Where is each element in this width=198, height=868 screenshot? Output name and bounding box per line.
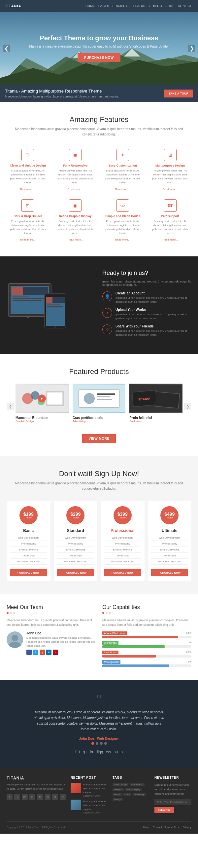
t-social-twitter[interactable]: t (79, 750, 80, 754)
cap-dot-3 (109, 612, 111, 614)
testimonial-dot-3[interactable] (100, 742, 103, 745)
plan-standard-button[interactable]: PURCHASE NOW (57, 569, 94, 576)
plan-professional-button[interactable]: PURCHASE NOW (104, 569, 141, 576)
footer-link-home[interactable]: Home (143, 826, 150, 829)
nav-logo[interactable]: TITANIA (5, 4, 22, 8)
pricing-section: Don't wait! Sign Up Now! Maecenas bibend… (0, 456, 198, 594)
feature-clean-design-title: Clean and Unique Design (8, 164, 47, 167)
testimonial-dot-2[interactable] (96, 742, 98, 745)
hero-next-arrow[interactable]: ❯ (188, 44, 195, 52)
product-1-play[interactable]: ▶ (38, 395, 46, 402)
tag-graphic[interactable]: Graphic (112, 788, 124, 792)
nav-features[interactable]: FEATURES (133, 4, 150, 8)
footer-social-twitter[interactable]: t (14, 794, 20, 800)
social-twitter[interactable]: t (33, 650, 38, 655)
feature-multipurpose-desc: Fusce gravida tortor felis. Ac dictum ni… (151, 169, 190, 185)
testimonial-section: " Vestibulum blandit faucibus urna in he… (0, 680, 198, 768)
plan-ultimate-price: $499 (164, 512, 174, 517)
hero-title: Perfect Theme to grow your Business (28, 34, 170, 42)
nav-shop[interactable]: SHOP (165, 4, 174, 8)
tag-wordpress[interactable]: WordPress (130, 783, 144, 786)
feature-responsive-link[interactable]: Read more... (68, 188, 83, 191)
footer-social-youtube[interactable]: yt (44, 794, 51, 800)
nav-projects[interactable]: PROJECTS (112, 4, 130, 8)
plan-standard-name: Standard (57, 528, 94, 533)
feature-dragdrop-link[interactable]: Read more... (20, 238, 35, 241)
svg-rect-32 (97, 397, 110, 398)
t-social-stumble[interactable]: su (114, 750, 118, 754)
social-pinterest[interactable]: p (53, 650, 58, 655)
feature-support-link[interactable]: Read more... (163, 238, 178, 241)
footer-social-facebook[interactable]: f (7, 794, 12, 800)
feature-codes-desc: Fusce gravida tortor felis. Ac dictum ni… (103, 219, 142, 235)
feature-customization: ✦ Easy Customization Fusce gravida torto… (102, 147, 144, 193)
tag-photography[interactable]: Photography (125, 788, 142, 792)
purchase-button[interactable]: PURCHASE NOW (77, 53, 120, 62)
svg-rect-10 (12, 298, 45, 299)
footer-social-deviant[interactable]: d (52, 794, 58, 800)
feature-dragdrop-desc: Fusce gravida tortor felis. Ac dictum ni… (8, 219, 47, 235)
plan-basic-f5: PSD to HTML/CSS (10, 560, 47, 565)
post-1-date: September 2014 (83, 795, 107, 797)
products-next-arrow[interactable]: ❯ (184, 403, 191, 410)
feature-retina-link[interactable]: Read more... (68, 238, 83, 241)
hero-prev-arrow[interactable]: ❮ (3, 44, 10, 52)
t-social-facebook[interactable]: f (75, 750, 76, 754)
social-google[interactable]: g (40, 650, 45, 655)
member-info: John Doe Maecenas bibendum lacus gravida… (26, 631, 96, 655)
tag-webdesign[interactable]: Web Design (112, 783, 128, 786)
view-more-button[interactable]: VIEW MORE (82, 434, 116, 443)
post-1-text: Fusce gravida tortor felis ac dictum nis… (83, 783, 107, 795)
plan-standard: $299 / month Standard Web Development Ph… (54, 501, 98, 581)
t-social-rss[interactable]: rss (106, 750, 111, 754)
plan-ultimate-button[interactable]: PURCHASE NOW (151, 569, 189, 576)
t-social-digg[interactable]: digg (96, 750, 103, 754)
feature-responsive-title: Fully Responsive (56, 164, 95, 167)
tag-bootstrap[interactable]: Bootstrap (133, 793, 146, 796)
tag-css[interactable]: CSS (124, 793, 131, 796)
footer-social-pinterest[interactable]: p (37, 794, 43, 800)
feature-retina-desc: Fusce gravida tortor felis. Ac dictum ni… (56, 219, 95, 235)
nav-home[interactable]: HOME (86, 4, 95, 8)
plan-basic-button[interactable]: PURCHASE NOW (10, 569, 47, 576)
tag-html[interactable]: HTML (112, 793, 122, 796)
footer-social-linkedin[interactable]: in (29, 794, 35, 800)
footer-link-terms[interactable]: Terms of Use (165, 826, 180, 829)
t-social-pinterest[interactable]: p (121, 750, 123, 754)
testimonial-dot-4[interactable] (104, 742, 107, 745)
nav-blog[interactable]: BLOG (153, 4, 162, 8)
devices-graphic (7, 280, 69, 330)
footer-link-contact[interactable]: Contact (153, 826, 162, 829)
t-social-googleplus[interactable]: g+ (83, 750, 88, 754)
social-linkedin[interactable]: in (46, 650, 52, 655)
tag-design[interactable]: Design (112, 798, 123, 801)
nav-contact[interactable]: CONTACT (178, 4, 193, 8)
hero-content: Perfect Theme to grow your Business Tita… (28, 34, 170, 62)
newsletter-email-input[interactable] (155, 799, 191, 805)
join-step-2: ↑ Upload Your Works Ipsum bia ut non dep… (102, 308, 191, 320)
plan-professional-period: / month (119, 517, 126, 519)
feature-support: ☎ 24/7 Support Fusce gravida tortor feli… (149, 197, 191, 243)
feature-clean-design-link[interactable]: Read more... (20, 188, 35, 191)
t-social-linkedin[interactable]: in (90, 750, 93, 754)
plan-standard-f4: JavaScript (57, 554, 94, 559)
social-facebook[interactable]: f (26, 650, 32, 655)
join-step-1: 👤 Create an Account Ipsum bia ut non dep… (102, 291, 191, 304)
dragdrop-icon: ⊡ (22, 199, 34, 212)
products-prev-arrow[interactable]: ❮ (7, 403, 14, 410)
join-step-2-text: Upload Your Works Ipsum bia ut non deper… (116, 308, 191, 320)
footer-social-google[interactable]: g+ (22, 794, 28, 800)
feature-customization-title: Easy Customization (103, 164, 142, 167)
footer-about-text: Fusce gravida tortor felis. Ac dictum ni… (7, 782, 66, 792)
plan-ultimate-price-circle: $499 / month (160, 506, 178, 524)
newsletter-subscribe-button[interactable]: Subscribe (155, 807, 174, 813)
skill-zarafonts-label: Zara Fonts (102, 651, 119, 654)
nav-pages[interactable]: PAGES (98, 4, 109, 8)
testimonial-dot-1[interactable] (91, 742, 94, 745)
footer-link-privacy[interactable]: Privacy (183, 826, 191, 829)
feature-codes-link[interactable]: Read more... (115, 238, 130, 241)
feature-multipurpose-link[interactable]: Read more... (163, 188, 178, 191)
take-tour-button[interactable]: TAKE A TOUR (164, 90, 193, 97)
feature-customization-link[interactable]: Read more... (115, 188, 130, 191)
footer-social-other[interactable]: ® (60, 794, 66, 800)
